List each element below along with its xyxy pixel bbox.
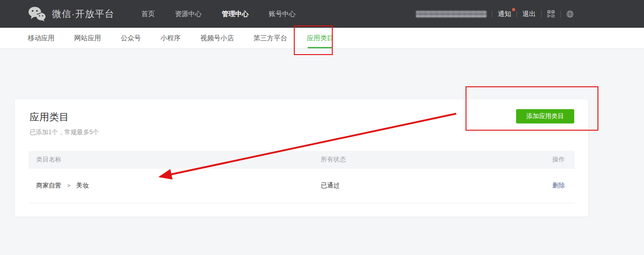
add-app-category-button[interactable]: 添加应用类目 (516, 109, 574, 123)
divider (541, 11, 542, 17)
notification-label: 通知 (498, 10, 511, 17)
top-nav: 首页 资源中心 管理中心 账号中心 (141, 10, 296, 18)
page: 微信·开放平台 首页 资源中心 管理中心 账号中心 通知 退出 (0, 0, 644, 255)
divider (560, 11, 561, 17)
nav-item-home[interactable]: 首页 (141, 10, 155, 18)
app-category-panel: 应用类目 已添加1个，常规最多5个 添加应用类目 类目名称 所有状态 操作 商家… (15, 99, 588, 217)
notification-link[interactable]: 通知 (498, 10, 511, 18)
nav-item-management[interactable]: 管理中心 (222, 10, 249, 18)
brand-title: 微信·开放平台 (52, 8, 114, 20)
table-row: 商家自营 > 美妆 已通过 删除 (29, 169, 575, 203)
category-child: 美妆 (76, 182, 89, 189)
column-header-category-name: 类目名称 (29, 156, 321, 164)
notification-dot (512, 8, 515, 11)
qr-code-icon[interactable] (547, 10, 555, 18)
tab-official-account[interactable]: 公众号 (121, 28, 141, 48)
app-type-tabbar: 移动应用 网站应用 公众号 小程序 视频号小店 第三方平台 应用类目 (0, 28, 644, 49)
wechat-logo-icon (28, 6, 47, 22)
panel-subtitle: 已添加1个，常规最多5个 (30, 128, 574, 136)
table-header-row: 类目名称 所有状态 操作 (29, 151, 575, 169)
nav-item-account[interactable]: 账号中心 (269, 10, 296, 18)
column-header-action: 操作 (525, 156, 575, 164)
status-value: 已通过 (321, 182, 525, 190)
divider (492, 11, 492, 17)
account-name-blurred[interactable] (416, 11, 487, 17)
divider (517, 11, 517, 17)
tab-third-party[interactable]: 第三方平台 (254, 28, 287, 48)
tab-channels-shop[interactable]: 视频号小店 (200, 28, 234, 48)
category-path: 商家自营 > 美妆 (29, 182, 321, 190)
panel-title: 应用类目 (30, 110, 574, 124)
column-header-status: 所有状态 (321, 156, 525, 164)
nav-item-resources[interactable]: 资源中心 (175, 10, 202, 18)
breadcrumb-separator: > (67, 182, 71, 189)
tab-website-app[interactable]: 网站应用 (74, 28, 101, 48)
tab-mini-program[interactable]: 小程序 (161, 28, 181, 48)
logout-link[interactable]: 退出 (522, 10, 536, 18)
tab-mobile-app[interactable]: 移动应用 (28, 28, 55, 48)
category-parent: 商家自营 (36, 182, 61, 189)
tab-app-category[interactable]: 应用类目 (307, 28, 334, 48)
brand[interactable]: 微信·开放平台 (28, 6, 114, 22)
globe-icon[interactable] (566, 10, 574, 18)
header-right: 通知 退出 (416, 10, 574, 18)
panel-header: 应用类目 已添加1个，常规最多5个 添加应用类目 (15, 99, 588, 136)
category-table: 类目名称 所有状态 操作 商家自营 > 美妆 已通过 删除 (29, 151, 575, 203)
top-header: 微信·开放平台 首页 资源中心 管理中心 账号中心 通知 退出 (0, 0, 644, 28)
delete-link[interactable]: 删除 (552, 182, 565, 189)
